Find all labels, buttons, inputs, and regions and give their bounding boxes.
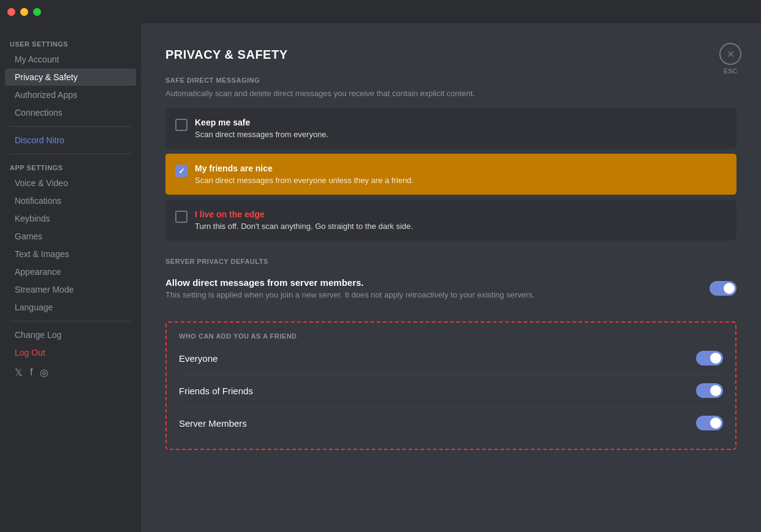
option-keep-safe-text: Keep me safe Scan direct messages from e…: [195, 118, 328, 139]
page-title: PRIVACY & SAFETY: [165, 48, 736, 62]
friend-toggle-friends-of-friends: Friends of Friends: [179, 375, 723, 407]
option-keep-safe-desc: Scan direct messages from everyone.: [195, 130, 328, 139]
titlebar: [0, 0, 761, 23]
checkbox-friends-nice[interactable]: [175, 165, 187, 177]
friends-of-friends-toggle[interactable]: [696, 383, 723, 398]
sidebar-item-log-out[interactable]: Log Out: [5, 344, 136, 361]
sidebar-item-language[interactable]: Language: [5, 299, 136, 316]
server-members-toggle[interactable]: [696, 416, 723, 430]
app-settings-label: APP SETTINGS: [0, 159, 141, 174]
sidebar-item-my-account[interactable]: My Account: [5, 51, 136, 68]
server-privacy-toggle-text: Allow direct messages from server member…: [165, 277, 535, 299]
sidebar-item-games[interactable]: Games: [5, 228, 136, 245]
minimize-button[interactable]: [20, 8, 28, 16]
sidebar-item-notifications[interactable]: Notifications: [5, 192, 136, 209]
option-edge[interactable]: I live on the edge Turn this off. Don't …: [165, 200, 736, 241]
option-friends-nice-desc: Scan direct messages from everyone unles…: [195, 176, 414, 185]
option-edge-desc: Turn this off. Don't scan anything. Go s…: [195, 222, 413, 231]
sidebar-divider-3: [10, 321, 131, 321]
who-can-add-label: WHO CAN ADD YOU AS A FRIEND: [179, 332, 723, 340]
server-privacy-label: SERVER PRIVACY DEFAULTS: [165, 258, 736, 265]
sidebar-item-keybinds[interactable]: Keybinds: [5, 210, 136, 227]
sidebar-item-voice-video[interactable]: Voice & Video: [5, 174, 136, 192]
option-edge-title: I live on the edge: [195, 209, 413, 219]
sidebar-divider-1: [10, 126, 131, 127]
sidebar-item-privacy-safety[interactable]: Privacy & Safety: [5, 69, 136, 86]
maximize-button[interactable]: [33, 8, 41, 16]
esc-circle-icon: ✕: [719, 43, 741, 65]
social-icons: 𝕏 f ◎: [0, 362, 141, 383]
option-edge-text: I live on the edge Turn this off. Don't …: [195, 209, 413, 231]
facebook-icon[interactable]: f: [30, 367, 32, 378]
sidebar-item-text-images[interactable]: Text & Images: [5, 245, 136, 263]
everyone-label: Everyone: [179, 353, 218, 364]
sidebar-item-streamer-mode[interactable]: Streamer Mode: [5, 281, 136, 298]
server-privacy-toggle-row: Allow direct messages from server member…: [165, 270, 736, 307]
friends-of-friends-label: Friends of Friends: [179, 386, 253, 396]
app-body: USER SETTINGS My Account Privacy & Safet…: [0, 23, 761, 532]
everyone-toggle[interactable]: [696, 351, 723, 365]
sidebar: USER SETTINGS My Account Privacy & Safet…: [0, 23, 141, 532]
main-content: ✕ ESC PRIVACY & SAFETY SAFE DIRECT MESSA…: [141, 23, 761, 532]
option-keep-safe[interactable]: Keep me safe Scan direct messages from e…: [165, 108, 736, 149]
server-privacy-toggle[interactable]: [710, 281, 736, 296]
checkbox-edge[interactable]: [175, 211, 187, 223]
sidebar-item-change-log[interactable]: Change Log: [5, 326, 136, 343]
friend-toggle-server-members: Server Members: [179, 407, 723, 439]
option-friends-nice[interactable]: My friends are nice Scan direct messages…: [165, 154, 736, 195]
sidebar-item-appearance[interactable]: Appearance: [5, 263, 136, 280]
option-keep-safe-title: Keep me safe: [195, 118, 328, 127]
server-members-label: Server Members: [179, 418, 247, 429]
option-friends-nice-text: My friends are nice Scan direct messages…: [195, 163, 414, 185]
server-privacy-toggle-desc: This setting is applied when you join a …: [165, 290, 535, 299]
server-privacy-section: SERVER PRIVACY DEFAULTS Allow direct mes…: [165, 258, 736, 307]
sidebar-item-connections[interactable]: Connections: [5, 104, 136, 121]
sidebar-item-authorized-apps[interactable]: Authorized Apps: [5, 86, 136, 103]
twitter-icon[interactable]: 𝕏: [15, 367, 23, 378]
close-button[interactable]: [7, 8, 15, 16]
sidebar-item-discord-nitro[interactable]: Discord Nitro: [5, 132, 136, 149]
user-settings-label: USER SETTINGS: [0, 36, 141, 50]
friend-toggle-everyone: Everyone: [179, 342, 723, 375]
option-friends-nice-title: My friends are nice: [195, 163, 414, 173]
who-can-add-section: WHO CAN ADD YOU AS A FRIEND Everyone Fri…: [165, 321, 736, 450]
safe-dm-label: SAFE DIRECT MESSAGING: [165, 77, 736, 84]
instagram-icon[interactable]: ◎: [40, 367, 48, 378]
esc-button[interactable]: ✕ ESC: [719, 43, 741, 75]
server-privacy-toggle-label: Allow direct messages from server member…: [165, 277, 535, 288]
sidebar-divider-2: [10, 154, 131, 154]
checkbox-keep-safe[interactable]: [175, 119, 187, 131]
safe-dm-desc: Automatically scan and delete direct mes…: [165, 89, 736, 98]
